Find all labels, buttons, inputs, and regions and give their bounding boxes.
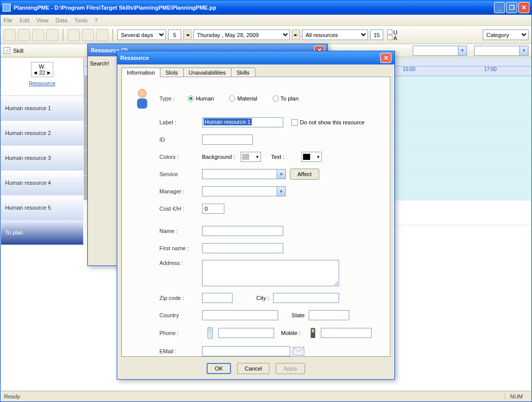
menu-edit[interactable]: Edit	[20, 17, 29, 23]
label-value: Human resource 1	[204, 118, 252, 125]
next-button[interactable]: ►	[292, 29, 300, 40]
text-color-picker[interactable]: ▼	[302, 152, 322, 162]
zip-field[interactable]	[202, 293, 232, 303]
sidebar: W. ◄22► Ressource Human resource 1 Human…	[1, 58, 83, 390]
week-number: 22	[39, 70, 45, 76]
phone-icon	[204, 327, 216, 339]
right-combo-1[interactable]: ▼	[413, 46, 467, 56]
svg-point-0	[138, 89, 146, 97]
background-color-picker[interactable]: ▼	[241, 152, 261, 162]
mobile-label: Mobile :	[274, 330, 305, 336]
dont-show-checkbox[interactable]	[291, 119, 298, 126]
menu-data[interactable]: Data	[55, 17, 67, 23]
ok-button[interactable]: OK	[207, 363, 231, 374]
tab-information[interactable]: Information	[121, 68, 160, 78]
skill-checkbox[interactable]: ✓	[4, 47, 10, 54]
status-left: Ready	[4, 393, 20, 399]
resource-dialog-titlebar[interactable]: Ressource ✕	[117, 51, 394, 64]
mobile-field[interactable]	[321, 328, 372, 338]
tb-icon-4[interactable]	[46, 29, 58, 41]
label-field[interactable]: Human resource 1	[202, 117, 283, 127]
id-field[interactable]	[202, 135, 253, 145]
tab-slots[interactable]: Slots	[160, 68, 183, 78]
right-combo-2[interactable]: ▼	[474, 46, 528, 56]
status-bar: Ready NUM	[1, 391, 531, 401]
resource-count-input[interactable]	[370, 29, 383, 40]
resource-dialog-close-button[interactable]: ✕	[380, 53, 391, 63]
menu-file[interactable]: File	[4, 17, 13, 23]
menu-tools[interactable]: Tools	[75, 17, 88, 23]
week-prev[interactable]: ◄	[32, 70, 38, 76]
city-field[interactable]	[273, 293, 339, 303]
manager-combo[interactable]: ▼	[202, 186, 286, 196]
email-label: EMail :	[159, 348, 202, 354]
tab-unavailabilities[interactable]: Unavailabilities	[183, 68, 231, 78]
date-select[interactable]: Thursday , May 28, 2009	[193, 29, 290, 40]
address-field[interactable]	[202, 260, 339, 286]
ua-toggles: U A	[387, 29, 397, 41]
list-dialog-search-label[interactable]: Search!	[88, 56, 117, 265]
phone-field[interactable]	[218, 328, 274, 338]
titlebar[interactable]: PlanningPME - D:\Program Files\Target Sk…	[1, 1, 531, 15]
menu-help[interactable]: ?	[94, 17, 97, 23]
name-label: Name :	[159, 228, 202, 234]
address-label: Address :	[159, 260, 202, 266]
radio-material[interactable]: Material	[229, 95, 257, 102]
id-label: ID	[159, 137, 202, 143]
tab-information-pane: Type : Human Material To plan Label : Hu…	[121, 77, 390, 357]
resource-row[interactable]: Human resource 3	[1, 145, 83, 170]
week-header[interactable]: W. ◄22►	[31, 62, 53, 77]
state-field[interactable]	[309, 310, 349, 320]
resource-filter-select[interactable]: All resources	[302, 29, 368, 40]
radio-human[interactable]: Human	[188, 95, 214, 102]
tb-icon-2[interactable]	[18, 29, 30, 41]
cost-field[interactable]	[202, 204, 224, 214]
a-checkbox[interactable]	[387, 35, 392, 40]
resource-row[interactable]: Human resource 2	[1, 120, 83, 145]
skill-label: Skill	[13, 48, 23, 54]
category-select[interactable]: Category	[483, 29, 528, 40]
name-field[interactable]	[202, 226, 283, 236]
tb-icon-1[interactable]	[4, 29, 16, 41]
range-count-input[interactable]	[168, 29, 181, 40]
resource-row[interactable]: Human resource 1	[1, 95, 83, 120]
app-title: PlanningPME - D:\Program Files\Target Sk…	[14, 5, 216, 11]
radio-toplan[interactable]: To plan	[273, 95, 298, 102]
sidebar-title[interactable]: Ressource	[1, 80, 83, 86]
dialog-tabs: Information Slots Unavailabilities Skill…	[121, 68, 255, 78]
tb-separator	[62, 29, 63, 41]
mobile-icon	[307, 327, 319, 339]
tb-icon-6[interactable]	[82, 29, 94, 41]
background-label: Background :	[202, 154, 241, 160]
tb-icon-5[interactable]	[68, 29, 80, 41]
type-label: Type :	[159, 95, 188, 102]
tb-separator	[112, 29, 113, 41]
week-next[interactable]: ►	[46, 70, 52, 76]
colors-label: Colors :	[159, 154, 202, 160]
cancel-button[interactable]: Cancel	[237, 363, 270, 374]
tb-icon-7[interactable]	[96, 29, 108, 41]
firstname-label: First name :	[159, 245, 202, 251]
resource-row-toplan[interactable]: To plan	[1, 220, 83, 245]
resource-row[interactable]: Human resource 5	[1, 195, 83, 220]
tab-skills[interactable]: Skills	[231, 68, 255, 78]
app-icon	[3, 4, 11, 12]
service-combo[interactable]: ▼	[202, 169, 286, 179]
menu-view[interactable]: View	[37, 17, 49, 23]
email-field[interactable]	[202, 346, 290, 356]
minimize-button[interactable]: _	[494, 2, 505, 13]
hour-label: 17:00	[450, 66, 531, 72]
resource-row[interactable]: Human resource 4	[1, 170, 83, 195]
u-checkbox[interactable]	[387, 29, 392, 35]
affect-button[interactable]: Affect	[290, 169, 319, 180]
country-field[interactable]	[202, 310, 278, 320]
apply-button[interactable]: Apply	[276, 363, 305, 374]
tb-icon-3[interactable]	[32, 29, 44, 41]
firstname-field[interactable]	[202, 243, 283, 253]
prev-button[interactable]: ◄	[183, 29, 191, 40]
maximize-button[interactable]: ❐	[506, 2, 517, 13]
range-select[interactable]: Several days	[117, 29, 166, 40]
close-button[interactable]: ✕	[518, 2, 529, 13]
radio-dot-icon	[229, 95, 235, 102]
resource-dialog: Ressource ✕ Information Slots Unavailabi…	[117, 51, 395, 380]
